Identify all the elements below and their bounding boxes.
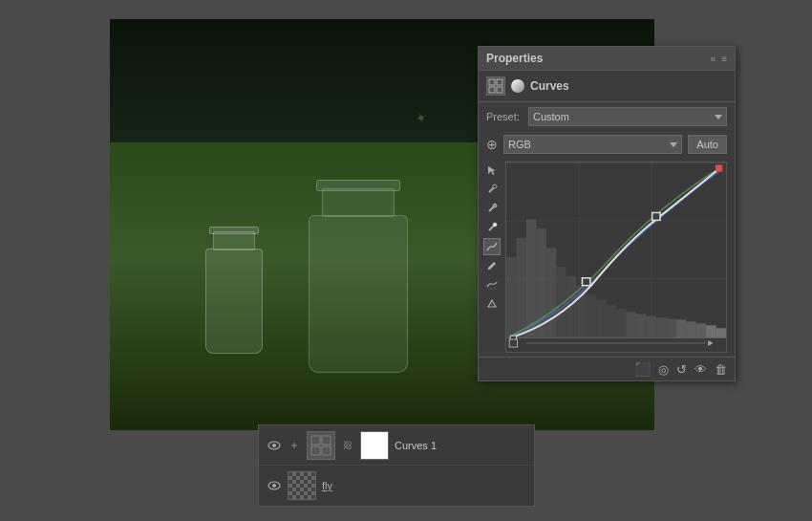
svg-rect-51	[311, 446, 320, 455]
eyedropper-white-tool[interactable]	[483, 219, 501, 236]
jar-right-neck	[322, 188, 395, 217]
clip-to-layer-icon[interactable]: ⬛	[634, 361, 651, 377]
svg-rect-50	[322, 436, 331, 445]
svg-rect-28	[626, 312, 635, 337]
preset-dropdown[interactable]: Custom	[528, 107, 727, 126]
delete-layer-icon[interactable]: 🗑	[715, 362, 727, 377]
channel-value: RGB	[508, 139, 531, 150]
curves-layer-chain-icon: ⛓	[341, 439, 354, 452]
channel-chevron-icon	[670, 142, 677, 147]
reset-adjustments-icon[interactable]: ↺	[676, 362, 687, 377]
svg-point-48	[272, 444, 276, 447]
svg-rect-25	[596, 300, 606, 338]
svg-rect-30	[646, 315, 655, 337]
svg-rect-41	[652, 212, 660, 220]
eyedropper-black-tool[interactable]	[483, 181, 501, 198]
svg-rect-17	[516, 238, 525, 337]
svg-rect-24	[587, 295, 596, 338]
chain-link-icon[interactable]: ◎	[658, 362, 669, 377]
svg-rect-16	[506, 257, 516, 337]
collapse-icon[interactable]: «	[711, 54, 716, 64]
grid-icon	[488, 78, 503, 94]
fly-layer-thumbnail	[288, 471, 316, 500]
curves-layer-thumbnail	[307, 431, 335, 460]
svg-text:!: !	[491, 302, 492, 307]
curve-edit-tool[interactable]	[483, 238, 501, 255]
fly-layer-name: fly	[322, 480, 526, 491]
channel-row: ⊕ RGB Auto	[479, 131, 735, 158]
svg-marker-46	[708, 340, 713, 346]
svg-rect-33	[676, 319, 686, 337]
svg-rect-3	[497, 87, 502, 93]
svg-rect-32	[666, 318, 675, 337]
channel-dropdown[interactable]: RGB	[503, 135, 682, 154]
fly-layer-row[interactable]: fly	[259, 466, 534, 506]
svg-point-54	[272, 484, 276, 488]
panel-title: Properties	[486, 52, 543, 65]
curves-layer-row[interactable]: ⛓ Curves 1	[259, 425, 534, 466]
circle-half-icon	[511, 79, 524, 93]
menu-icon[interactable]: ≡	[721, 54, 727, 64]
curves-subheader: Curves	[479, 71, 735, 102]
preset-chevron-icon	[715, 115, 722, 119]
svg-rect-29	[636, 314, 646, 337]
svg-rect-26	[607, 305, 616, 338]
svg-rect-52	[322, 446, 331, 455]
auto-button[interactable]: Auto	[688, 135, 727, 154]
svg-rect-34	[686, 321, 695, 337]
svg-rect-18	[526, 219, 536, 337]
eye-icon	[267, 441, 281, 450]
jar-right	[301, 182, 416, 373]
svg-rect-20	[546, 248, 556, 337]
svg-rect-0	[489, 79, 495, 85]
svg-rect-44	[509, 339, 517, 347]
preset-label: Preset:	[486, 111, 523, 122]
svg-point-9	[493, 223, 497, 227]
jar-left	[196, 229, 272, 354]
curves-layer-visibility[interactable]	[267, 438, 282, 453]
tools-sidebar: !	[482, 162, 502, 353]
svg-rect-36	[706, 325, 716, 337]
jar-left-body	[205, 249, 263, 354]
preset-row: Preset: Custom	[479, 102, 735, 131]
eyedropper-gray-tool[interactable]	[483, 200, 501, 217]
select-point-tool[interactable]	[483, 162, 501, 179]
svg-rect-27	[616, 309, 626, 337]
svg-rect-35	[696, 323, 706, 337]
smooth-curve-tool[interactable]	[483, 276, 501, 293]
panel-header: Properties « ≡	[479, 47, 735, 71]
curves-area: !	[479, 158, 735, 357]
svg-rect-40	[582, 278, 589, 286]
svg-rect-2	[489, 87, 495, 93]
panel-header-icons: « ≡	[711, 54, 727, 64]
properties-panel: Properties « ≡ Curves Preset: Custom ⊕	[478, 46, 736, 381]
curves-label: Curves	[530, 79, 569, 93]
svg-rect-31	[656, 317, 666, 337]
svg-rect-37	[716, 328, 726, 337]
svg-rect-1	[497, 79, 502, 85]
fly-layer-visibility[interactable]	[267, 478, 282, 493]
warning-clipping-tool[interactable]: !	[483, 295, 501, 313]
jar-right-body	[309, 215, 408, 373]
curves-svg	[506, 163, 726, 352]
curves-layer-link-icon	[288, 439, 301, 452]
curves-layer-mask	[360, 431, 389, 460]
adjustment-icon-box	[486, 76, 505, 96]
channel-target-icon: ⊕	[486, 137, 498, 152]
eye-icon	[267, 481, 281, 490]
curves-layer-name: Curves 1	[395, 440, 526, 451]
svg-point-5	[493, 185, 497, 188]
layers-panel: ⛓ Curves 1 fly	[258, 424, 535, 507]
svg-rect-49	[311, 436, 320, 445]
panel-actions: ⬛ ◎ ↺ 👁 🗑	[479, 357, 735, 380]
curves-graph[interactable]	[505, 162, 727, 353]
toggle-visibility-icon[interactable]: 👁	[694, 362, 707, 377]
preset-value: Custom	[533, 111, 569, 122]
jar-left-neck	[213, 231, 255, 250]
svg-point-7	[493, 204, 497, 207]
pencil-draw-tool[interactable]	[483, 257, 501, 274]
svg-rect-43	[716, 165, 722, 171]
